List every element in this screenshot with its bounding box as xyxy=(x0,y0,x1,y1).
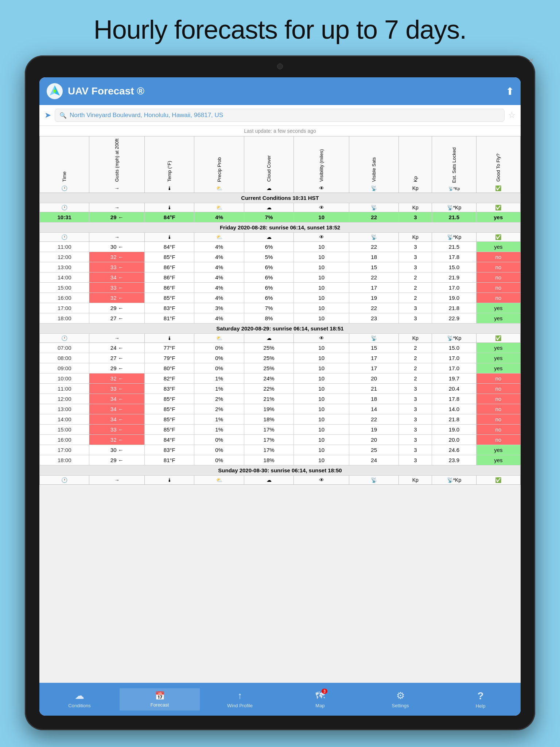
forecast-icon: 📅 xyxy=(155,691,165,701)
table-row: 16:0032 ←85°F4%6%1019219.0no xyxy=(40,293,521,303)
table-row: 16:0032 ←84°F0%17%1020320.0no xyxy=(40,434,521,445)
table-row: 12:0034 ←85°F2%21%1018317.8no xyxy=(40,394,521,404)
column-icons-row: 🕐→🌡⛅☁👁📡Kp📡*Kp✅ xyxy=(40,203,521,212)
device-frame: UAV Forecast ® ⬆ ➤ 🔍 North Vineyard Boul… xyxy=(0,55,560,730)
tab-map[interactable]: 🗺 Map 3 xyxy=(280,687,360,711)
col-header-kp: Kp Kp xyxy=(399,136,432,193)
column-icons-row: 🕐→🌡⛅☁👁📡Kp📡*Kp✅ xyxy=(40,232,521,241)
table-row: 17:0029 ←83°F3%7%1022321.8yes xyxy=(40,303,521,313)
conditions-icon: ☁ xyxy=(75,690,84,701)
tab-settings-label: Settings xyxy=(392,703,409,708)
app-header: UAV Forecast ® ⬆ xyxy=(39,77,521,105)
tablet: UAV Forecast ® ⬆ ➤ 🔍 North Vineyard Boul… xyxy=(25,55,535,730)
section-header-row: Friday 2020-08-28: sunrise 06:14, sunset… xyxy=(40,222,521,232)
wind-profile-icon: ↑ xyxy=(238,690,242,701)
col-header-est-sats: Est. Sats Locked 📡*Kp xyxy=(432,136,476,193)
col-header-visible-sats: Visible Sats 📡 xyxy=(349,136,398,193)
forecast-table-area[interactable]: Time 🕐 Gusts (mph) at 200ft → Temp (°F) … xyxy=(39,136,521,683)
screen: UAV Forecast ® ⬆ ➤ 🔍 North Vineyard Boul… xyxy=(39,77,521,716)
header-left: UAV Forecast ® xyxy=(46,82,144,100)
last-update: Last update: a few seconds ago xyxy=(39,126,521,136)
col-header-precip: Precip Prob ⛅ xyxy=(194,136,244,193)
tab-help-label: Help xyxy=(476,703,486,709)
tab-map-label: Map xyxy=(315,703,324,708)
tab-forecast-label: Forecast xyxy=(151,702,169,708)
tab-bar: ☁ Conditions 📅 Forecast ↑ Wind Profile 🗺… xyxy=(39,683,521,716)
col-header-good: Good To Fly? ✅ ✕ xyxy=(476,136,520,193)
share-icon[interactable]: ⬆ xyxy=(506,85,514,97)
table-row: 18:0029 ←81°F0%18%1024323.9yes xyxy=(40,455,521,465)
camera xyxy=(277,63,283,69)
table-row: 14:0034 ←86°F4%6%1022221.9no xyxy=(40,272,521,282)
search-icon: 🔍 xyxy=(59,112,67,119)
table-row: 10:3129 ←84°F4%7%1022321.5yes xyxy=(40,212,521,222)
map-badge: 3 xyxy=(322,689,327,694)
search-bar: ➤ 🔍 North Vineyard Boulevard, Honolulu, … xyxy=(39,105,521,126)
col-header-time: Time 🕐 xyxy=(40,136,89,193)
tab-conditions-label: Conditions xyxy=(68,703,90,708)
search-input-wrapper[interactable]: 🔍 North Vineyard Boulevard, Honolulu, Ha… xyxy=(55,109,505,122)
table-row: 11:0030 ←84°F4%6%1022321.5yes xyxy=(40,241,521,252)
location-arrow-icon[interactable]: ➤ xyxy=(44,111,51,120)
table-row: 15:0033 ←86°F4%6%1017217.0no xyxy=(40,282,521,293)
table-row: 11:0033 ←83°F1%22%1021320.4no xyxy=(40,383,521,394)
app-logo-icon xyxy=(46,82,63,100)
column-icons-row: 🕐→🌡⛅☁👁📡Kp📡*Kp✅ xyxy=(40,333,521,342)
table-row: 13:0034 ←85°F2%19%1014314.0no xyxy=(40,404,521,414)
tab-help[interactable]: ? Help xyxy=(440,687,521,712)
table-row: 10:0032 ←82°F1%24%1020219.7no xyxy=(40,373,521,383)
section-header-row: Saturday 2020-08-29: sunrise 06:14, suns… xyxy=(40,323,521,333)
table-row: 08:0027 ←79°F0%25%1017217.0yes xyxy=(40,353,521,363)
tab-forecast[interactable]: 📅 Forecast xyxy=(120,688,200,711)
location-text: North Vineyard Boulevard, Honolulu, Hawa… xyxy=(70,112,223,119)
tab-settings[interactable]: ⚙ Settings xyxy=(360,687,440,711)
col-header-cloud: Cloud Cover ☁ xyxy=(244,136,293,193)
settings-icon: ⚙ xyxy=(396,690,405,701)
col-header-temp: Temp (°F) 🌡 xyxy=(145,136,194,193)
table-row: 12:0032 ←85°F4%5%1018317.8no xyxy=(40,252,521,262)
section-header-row: Current Conditions 10:31 HST xyxy=(40,193,521,203)
col-header-gusts: Gusts (mph) at 200ft → xyxy=(89,136,145,193)
col-header-visibility: Visibility (miles) 👁 xyxy=(294,136,349,193)
favorite-icon[interactable]: ☆ xyxy=(508,111,516,120)
table-row: 13:0033 ←86°F4%6%1015315.0no xyxy=(40,262,521,272)
table-row: 14:0034 ←85°F1%18%1022321.8no xyxy=(40,414,521,424)
table-row: 07:0024 ←77°F0%25%1015215.0yes xyxy=(40,342,521,353)
table-row: 17:0030 ←83°F0%17%1025324.6yes xyxy=(40,445,521,455)
forecast-table: Time 🕐 Gusts (mph) at 200ft → Temp (°F) … xyxy=(39,136,521,485)
tab-wind-profile[interactable]: ↑ Wind Profile xyxy=(200,687,280,711)
app-title: UAV Forecast ® xyxy=(68,85,144,97)
table-row: 09:0029 ←80°F0%25%1017217.0yes xyxy=(40,363,521,373)
headline: Hourly forecasts for up to 7 days. xyxy=(0,0,560,55)
table-row: 15:0033 ←85°F1%17%1019319.0no xyxy=(40,424,521,434)
tab-conditions[interactable]: ☁ Conditions xyxy=(39,687,120,711)
section-header-row: Sunday 2020-08-30: sunrise 06:14, sunset… xyxy=(40,465,521,475)
table-row: 18:0027 ←81°F4%8%1023322.9yes xyxy=(40,313,521,323)
column-icons-row: 🕐→🌡⛅☁👁📡Kp📡*Kp✅ xyxy=(40,475,521,484)
help-icon: ? xyxy=(477,690,483,702)
tab-wind-profile-label: Wind Profile xyxy=(227,703,253,708)
